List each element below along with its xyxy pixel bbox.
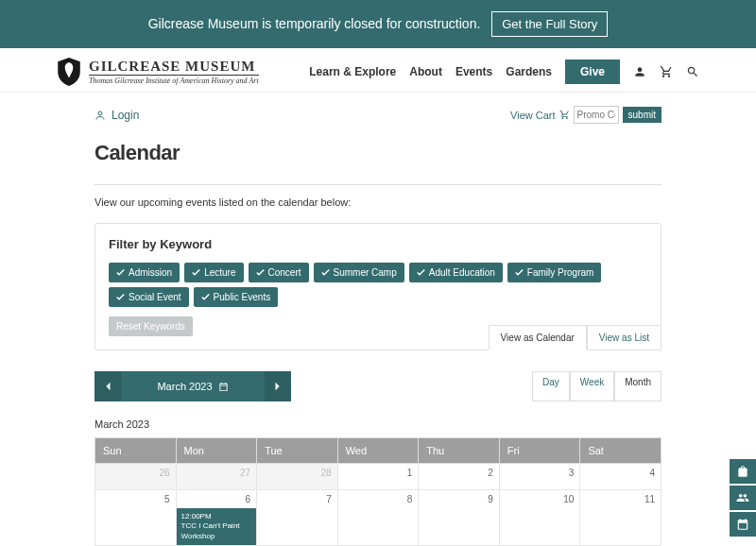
page-title: Calendar	[94, 141, 662, 165]
announcement-banner: Gilcrease Museum is temporarily closed f…	[0, 0, 756, 48]
calendar-cell[interactable]: 8	[337, 490, 419, 546]
view-as-list-tab[interactable]: View as List	[587, 325, 662, 350]
filter-chip-summer-camp[interactable]: Summer Camp	[314, 263, 404, 282]
calendar-cell[interactable]: 7	[257, 490, 338, 546]
login-link[interactable]: Login	[94, 109, 139, 122]
filter-chip-concert[interactable]: Concert	[249, 263, 309, 282]
view-as-calendar-tab[interactable]: View as Calendar	[489, 325, 587, 350]
search-icon[interactable]	[686, 65, 699, 78]
filter-chip-adult-education[interactable]: Adult Education	[409, 263, 503, 282]
day-header: Mon	[176, 438, 257, 464]
next-month-button[interactable]	[265, 371, 291, 401]
calendar-small-icon	[736, 518, 749, 531]
nav-learn[interactable]: Learn & Explore	[309, 65, 396, 78]
side-tab-membership[interactable]	[730, 486, 756, 510]
calendar-cell[interactable]: 28	[257, 464, 338, 490]
nav-events[interactable]: Events	[455, 65, 492, 78]
nav-about[interactable]: About	[409, 65, 442, 78]
view-day-button[interactable]: Day	[532, 371, 570, 401]
logo-subtitle: Thomas Gilcrease Institute of American H…	[89, 75, 259, 85]
bag-icon	[736, 465, 749, 478]
calendar-cell[interactable]: 3	[499, 464, 580, 490]
check-icon	[201, 293, 210, 301]
calendar-cell[interactable]: 1	[337, 464, 419, 490]
top-navigation: GILCREASE MUSEUM Thomas Gilcrease Instit…	[0, 48, 756, 93]
day-header: Sat	[580, 438, 662, 464]
filter-chip-admission[interactable]: Admission	[109, 263, 180, 282]
group-icon	[736, 491, 749, 504]
calendar-grid: SunMonTueWedThuFriSat 26272812345612:00P…	[94, 437, 662, 546]
calendar-cell[interactable]: 11	[580, 490, 662, 546]
logo-title: GILCREASE MUSEUM	[89, 59, 259, 75]
view-week-button[interactable]: Week	[570, 371, 614, 401]
day-header: Sun	[95, 438, 177, 464]
shield-logo-icon	[57, 58, 81, 86]
day-header: Thu	[419, 438, 500, 464]
calendar-icon[interactable]	[218, 382, 229, 392]
filter-panel: Filter by Keyword AdmissionLectureConcer…	[94, 223, 662, 350]
banner-cta-button[interactable]: Get the Full Story	[491, 11, 608, 37]
nav-gardens[interactable]: Gardens	[506, 65, 552, 78]
day-header: Tue	[257, 438, 338, 464]
calendar-cell[interactable]: 612:00PMTCC I Can't Paint Workshop	[176, 490, 257, 546]
side-tab-calendar[interactable]	[730, 512, 756, 537]
promo-submit-button[interactable]: submit	[623, 107, 662, 123]
view-cart-link[interactable]: View Cart	[510, 110, 569, 121]
login-user-icon	[94, 110, 106, 121]
filter-chip-lecture[interactable]: Lecture	[184, 263, 243, 282]
intro-text: View our upcoming events listed on the c…	[94, 196, 662, 208]
cart-small-icon	[559, 110, 570, 120]
reset-keywords-button[interactable]: Reset Keywords	[109, 316, 193, 336]
calendar-cell[interactable]: 9	[419, 490, 500, 546]
check-icon	[417, 268, 425, 277]
view-cart-label: View Cart	[510, 110, 555, 121]
side-tab-shop[interactable]	[730, 459, 756, 484]
check-icon	[192, 268, 200, 277]
month-heading: March 2023	[94, 418, 662, 430]
calendar-cell[interactable]: 10	[499, 490, 580, 546]
current-month-label: March 2023	[157, 381, 212, 392]
check-icon	[515, 268, 524, 277]
calendar-cell[interactable]: 27	[176, 464, 257, 490]
chevron-right-icon	[274, 382, 282, 391]
give-button[interactable]: Give	[565, 60, 620, 84]
cart-icon[interactable]	[660, 65, 673, 78]
calendar-cell[interactable]: 4	[580, 464, 662, 490]
day-header: Wed	[337, 438, 419, 464]
filter-title: Filter by Keyword	[109, 237, 647, 251]
check-icon	[116, 293, 125, 301]
view-month-button[interactable]: Month	[614, 371, 662, 401]
calendar-month-nav: March 2023	[94, 371, 291, 401]
banner-text: Gilcrease Museum is temporarily closed f…	[148, 16, 481, 31]
filter-chip-social-event[interactable]: Social Event	[109, 287, 189, 307]
reset-label: Reset Keywords	[116, 321, 185, 332]
day-header: Fri	[499, 438, 580, 464]
prev-month-button[interactable]	[94, 371, 121, 401]
user-icon[interactable]	[633, 65, 646, 78]
promo-code-input[interactable]	[574, 106, 619, 124]
check-icon	[116, 268, 125, 277]
check-icon	[256, 268, 265, 277]
calendar-event[interactable]: 12:00PMTCC I Can't Paint Workshop	[177, 508, 257, 545]
calendar-cell[interactable]: 26	[95, 464, 177, 490]
login-label: Login	[112, 109, 139, 122]
calendar-cell[interactable]: 5	[95, 490, 177, 546]
filter-chip-public-events[interactable]: Public Events	[194, 287, 279, 307]
svg-point-0	[98, 111, 102, 115]
filter-chip-family-program[interactable]: Family Program	[507, 263, 602, 282]
check-icon	[321, 268, 330, 277]
calendar-cell[interactable]: 2	[419, 464, 500, 490]
chevron-left-icon	[104, 382, 112, 391]
logo[interactable]: GILCREASE MUSEUM Thomas Gilcrease Instit…	[57, 58, 259, 86]
